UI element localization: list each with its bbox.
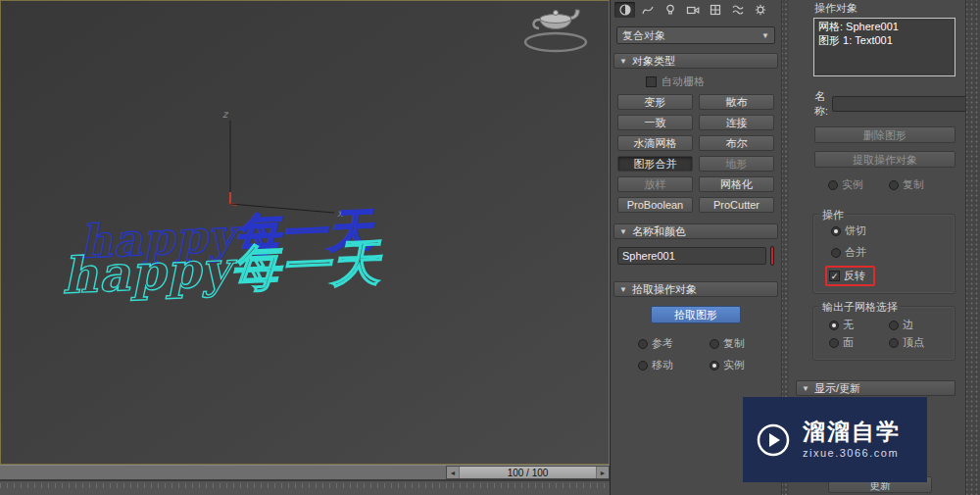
operand-name-label: 名称: (814, 89, 828, 119)
viewport[interactable]: z x happy每一天 happy每一天 (0, 0, 610, 465)
text-shape-cyan[interactable]: happy每一天 (61, 230, 382, 310)
caret-down-icon: ▼ (619, 227, 627, 236)
rollout-object-type[interactable]: ▼ 对象类型 (613, 53, 778, 69)
button-loft: 放样 (617, 176, 693, 192)
operand-item[interactable]: 网格: Sphere001 (818, 20, 951, 33)
operation-group-label: 操作 (819, 208, 847, 223)
output-submesh-group: 输出子网格选择 无 边 面 顶点 (812, 306, 956, 361)
category-tab-systems[interactable] (750, 2, 770, 18)
radio-instance[interactable]: 实例 (710, 358, 781, 372)
play-circle-icon (755, 421, 792, 459)
name-color-row (617, 246, 774, 266)
operands-group-label: 操作对象 (814, 1, 965, 16)
teapot-icon (518, 2, 592, 58)
radio-extract-instance: 实例 (828, 177, 889, 192)
rollout-name-color[interactable]: ▼ 名称和颜色 (613, 223, 778, 239)
rollout-title: 对象类型 (632, 54, 675, 69)
time-slider[interactable]: ◄ 100 / 100 ► (0, 465, 610, 480)
radio-copy[interactable]: 复制 (710, 336, 781, 351)
button-connect[interactable]: 连接 (699, 115, 774, 130)
output-group-label: 输出子网格选择 (819, 300, 901, 315)
category-tab-helpers[interactable] (705, 2, 725, 18)
object-type-grid: 变形 散布 一致 连接 水滴网格 布尔 图形合并 地形 放样 网格化 ProBo… (617, 94, 774, 213)
frame-forward-icon[interactable]: ► (596, 467, 609, 478)
button-blobmesh[interactable]: 水滴网格 (617, 135, 693, 151)
watermark-url: zixue.3066.com (803, 448, 901, 460)
pick-clone-row-1: 参考 复制 (638, 336, 781, 351)
radio-move[interactable]: 移动 (638, 358, 710, 372)
pick-shape-button[interactable]: 拾取图形 (651, 306, 741, 323)
track-bar[interactable] (0, 480, 610, 495)
category-tab-shapes[interactable] (637, 2, 658, 18)
autogrid-label: 自动栅格 (662, 74, 705, 89)
frame-indicator: 100 / 100 (460, 468, 596, 478)
rollout-title: 名称和颜色 (632, 224, 686, 239)
radio-extract-copy: 复制 (889, 177, 950, 192)
watermark: 溜溜自学 zixue.3066.com (743, 397, 927, 482)
category-tab-space-warps[interactable] (727, 2, 748, 18)
caret-down-icon: ▼ (802, 384, 809, 393)
check-icon: ✓ (829, 271, 840, 281)
category-dropdown[interactable]: 复合对象 ▼ (616, 26, 775, 44)
lights-icon (663, 3, 677, 17)
frame-back-icon[interactable]: ◄ (447, 467, 460, 478)
radio-output-face[interactable]: 面 (829, 335, 889, 350)
operand-name-field[interactable] (832, 96, 980, 112)
axis-z-label: z (222, 109, 229, 120)
space-warps-icon (731, 3, 745, 17)
time-slider-handle[interactable]: ◄ 100 / 100 ► (446, 466, 610, 479)
delete-shape-button: 删除图形 (814, 126, 956, 143)
caret-down-icon: ▼ (619, 57, 627, 66)
button-terrain: 地形 (699, 156, 774, 172)
radio-merge[interactable]: 合并 (831, 245, 866, 260)
rollout-pick-operand[interactable]: ▼ 拾取操作对象 (613, 281, 778, 297)
button-scatter[interactable]: 散布 (699, 94, 774, 110)
watermark-brand: 溜溜自学 (803, 420, 901, 443)
radio-output-vertex[interactable]: 顶点 (889, 335, 949, 350)
invert-annotation-box: ✓ 反转 (825, 266, 875, 286)
autogrid-checkbox: 自动栅格 (646, 74, 781, 89)
operation-group: 操作 饼切 合并 ✓ 反转 (812, 214, 956, 294)
radio-output-none[interactable]: 无 (829, 318, 889, 332)
invert-checkbox[interactable]: ✓ 反转 (829, 269, 865, 283)
extract-operand-button: 提取操作对象 (814, 151, 956, 168)
radio-reference[interactable]: 参考 (638, 336, 710, 351)
button-procutter[interactable]: ProCutter (699, 197, 774, 213)
operand-item[interactable]: 图形 1: Text001 (818, 33, 951, 47)
shapes-icon (641, 3, 655, 17)
button-shapemerge[interactable]: 图形合并 (617, 156, 693, 172)
checkbox-icon (646, 76, 657, 87)
panel-resize-scrollbar[interactable] (965, 0, 980, 495)
radio-cookie-cutter[interactable]: 饼切 (831, 223, 866, 238)
helpers-icon (709, 3, 722, 17)
pick-clone-row-2: 移动 实例 (638, 358, 781, 372)
button-proboolean[interactable]: ProBoolean (617, 197, 693, 213)
operand-name-row: 名称: (814, 89, 956, 119)
rollout-title: 显示/更新 (814, 381, 860, 396)
extract-clone-row: 实例 复制 (828, 177, 965, 192)
category-dropdown-value: 复合对象 (622, 28, 665, 43)
category-tab-geometry[interactable] (614, 2, 635, 18)
geometry-icon (618, 3, 632, 17)
category-tab-cameras[interactable] (682, 2, 703, 18)
button-conform[interactable]: 一致 (617, 115, 693, 130)
button-mesher[interactable]: 网格化 (699, 176, 774, 192)
cameras-icon (686, 3, 700, 17)
object-color-swatch[interactable] (770, 246, 774, 266)
caret-down-icon: ▼ (619, 285, 627, 294)
rollout-display-update[interactable]: ▼ 显示/更新 (796, 380, 956, 396)
create-category-tabs (611, 0, 781, 20)
category-tab-lights[interactable] (660, 2, 680, 18)
rollout-title: 拾取操作对象 (632, 282, 697, 297)
button-boolean[interactable]: 布尔 (699, 135, 774, 151)
application-window: z x happy每一天 happy每一天 ◄ 100 / 100 ► (0, 0, 980, 495)
object-name-input[interactable] (617, 247, 766, 265)
radio-output-edge[interactable]: 边 (889, 318, 949, 332)
button-morph[interactable]: 变形 (617, 94, 693, 110)
operands-listbox[interactable]: 网格: Sphere001 图形 1: Text001 (813, 18, 956, 76)
systems-icon (754, 3, 767, 17)
chevron-down-icon: ▼ (761, 31, 769, 40)
